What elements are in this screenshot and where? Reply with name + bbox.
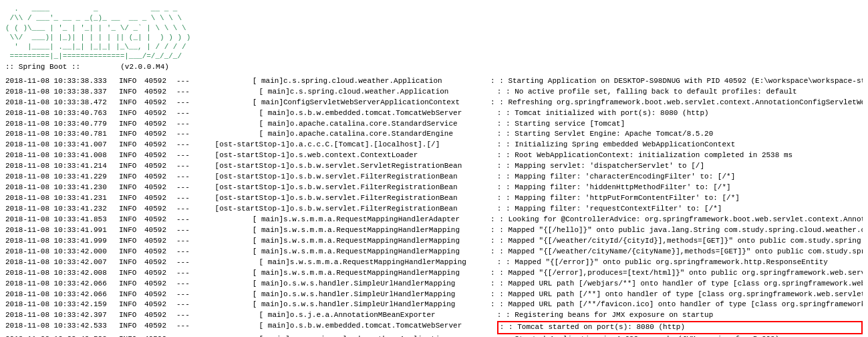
log-class: o.apache.catalina.core.StandardEngine (290, 129, 497, 140)
spring-version-line: :: Spring Boot :: (v2.0.0.M4) (5, 63, 863, 71)
log-pid: 40592 (144, 300, 176, 310)
log-pid: 40592 (144, 204, 176, 215)
log-message: : : Mapped URL path [/**/favicon.ico] on… (490, 300, 863, 310)
log-line: 2018-11-08 10:33:41.230 INFO 40592 --- [… (5, 183, 863, 193)
log-message: : : Root WebApplicationContext: initiali… (497, 150, 863, 161)
log-datetime: 2018-11-08 10:33:41.991 (5, 225, 119, 236)
log-dashes: --- (176, 310, 190, 321)
log-thread: [ main] (183, 290, 283, 300)
log-pid: 40592 (144, 119, 176, 130)
log-message: : : Mapped "{[/weather/cityId/{cityId}],… (490, 236, 863, 247)
log-line: 2018-11-08 10:33:41.007 INFO 40592 --- [… (5, 140, 863, 150)
log-pid: 40592 (144, 268, 176, 279)
log-datetime: 2018-11-08 10:33:41.229 (5, 172, 119, 183)
log-dashes: --- (176, 247, 183, 257)
log-dashes: --- (176, 98, 183, 108)
log-datetime: 2018-11-08 10:33:38.333 (5, 76, 119, 87)
log-class: ConfigServletWebServerApplicationContext (283, 98, 490, 108)
log-thread: [ main] (183, 215, 283, 225)
log-class: s.w.s.m.m.a.RequestMappingHandlerMapping (283, 236, 490, 247)
log-level: INFO (119, 225, 144, 236)
log-datetime: 2018-11-08 10:33:42.533 (5, 321, 119, 334)
log-line: 2018-11-08 10:33:41.999 INFO 40592 --- [… (5, 236, 863, 247)
log-class: o.s.b.w.embedded.tomcat.TomcatWebServer (290, 108, 497, 119)
log-datetime: 2018-11-08 10:33:42.000 (5, 247, 119, 257)
log-pid: 40592 (144, 87, 176, 98)
log-level: INFO (119, 290, 144, 300)
log-pid: 40592 (144, 150, 176, 161)
log-dashes: --- (176, 204, 190, 215)
log-level: INFO (119, 119, 144, 130)
log-line: 2018-11-08 10:33:41.008 INFO 40592 --- [… (5, 150, 863, 161)
log-message: : : Mapped URL path [/**] onto handler o… (490, 290, 863, 300)
log-line: 2018-11-08 10:33:42.066 INFO 40592 --- [… (5, 279, 863, 290)
log-container: 2018-11-08 10:33:38.333 INFO 40592 --- [… (5, 76, 863, 337)
log-class: c.s.spring.cloud.weather.Application (283, 76, 490, 87)
log-dashes: --- (176, 129, 190, 140)
log-line: 2018-11-08 10:33:38.472 INFO 40592 --- [… (5, 98, 863, 108)
log-dashes: --- (176, 76, 183, 87)
log-dashes: --- (176, 300, 183, 310)
log-pid: 40592 (144, 257, 176, 268)
spring-logo: . ____ _ __ _ _ /\\ / ___'_ __ _ _(_)_ _… (5, 4, 863, 62)
log-level: INFO (119, 161, 144, 172)
terminal-window: . ____ _ __ _ _ /\\ / ___'_ __ _ _(_)_ _… (0, 0, 868, 337)
log-dashes: --- (176, 225, 183, 236)
log-message: : : Mapped "{[/weather/cityName/{cityNam… (490, 247, 863, 257)
log-message: : : Tomcat initialized with port(s): 808… (497, 108, 863, 119)
log-message: : : Mapping filter: 'httpPutFormContentF… (497, 193, 863, 204)
log-class: o.s.b.w.servlet.ServletRegistrationBean (290, 161, 497, 172)
log-line: 2018-11-08 10:33:40.781 INFO 40592 --- [… (5, 129, 863, 140)
log-thread: [ main] (190, 129, 290, 140)
log-class: o.s.b.w.servlet.FilterRegistrationBean (290, 204, 497, 215)
log-datetime: 2018-11-08 10:33:42.397 (5, 310, 119, 321)
log-thread: [ost-startStop-1] (190, 150, 290, 161)
log-dashes: --- (176, 108, 190, 119)
log-thread: [ main] (183, 98, 283, 108)
log-line: 2018-11-08 10:33:42.007 INFO 40592 --- [… (5, 257, 863, 268)
log-dashes: --- (176, 183, 190, 193)
log-thread: [ost-startStop-1] (190, 183, 290, 193)
log-level: INFO (119, 310, 144, 321)
log-message-highlight: : : Tomcat started on port(s): 8080 (htt… (497, 321, 863, 334)
log-message: : : Mapping filter: 'characterEncodingFi… (497, 172, 863, 183)
log-thread: [ main] (183, 225, 283, 236)
log-class: c.s.spring.cloud.weather.Application (290, 334, 497, 337)
log-datetime: 2018-11-08 10:33:41.232 (5, 204, 119, 215)
log-pid: 40592 (144, 108, 176, 119)
log-pid: 40592 (144, 161, 176, 172)
log-line: 2018-11-08 10:33:41.214 INFO 40592 --- [… (5, 161, 863, 172)
log-thread: [ main] (190, 87, 290, 98)
log-class: o.s.b.w.servlet.FilterRegistrationBean (290, 172, 497, 183)
log-dashes: --- (176, 172, 190, 183)
log-class: o.a.c.c.C.[Tomcat].[localhost].[/] (290, 140, 497, 150)
log-level: INFO (119, 204, 144, 215)
log-message: : : Mapping servlet: 'dispatcherServlet'… (497, 161, 863, 172)
log-level: INFO (119, 193, 144, 204)
log-datetime: 2018-11-08 10:33:41.230 (5, 183, 119, 193)
log-level: INFO (119, 140, 144, 150)
log-thread: [ main] (190, 310, 290, 321)
log-dashes: --- (176, 119, 190, 130)
log-pid: 40592 (144, 98, 176, 108)
log-datetime: 2018-11-08 10:33:42.538 (5, 334, 119, 337)
log-level: INFO (119, 257, 144, 268)
log-level: INFO (119, 215, 144, 225)
log-message: : : Starting Servlet Engine: Apache Tomc… (497, 129, 863, 140)
log-level: INFO (119, 247, 144, 257)
log-thread: [ main] (183, 300, 283, 310)
log-line: 2018-11-08 10:33:42.538 INFO 40592 --- [… (5, 334, 863, 337)
log-thread: [ main] (190, 108, 290, 119)
log-line: 2018-11-08 10:33:40.779 INFO 40592 --- [… (5, 119, 863, 130)
log-pid: 40592 (144, 334, 176, 337)
log-thread: [ost-startStop-1] (190, 172, 290, 183)
log-pid: 40592 (144, 140, 176, 150)
log-class: o.s.b.w.servlet.FilterRegistrationBean (290, 193, 497, 204)
log-line: 2018-11-08 10:33:42.397 INFO 40592 --- [… (5, 310, 863, 321)
log-message: : : Mapped URL path [/webjars/**] onto h… (490, 279, 863, 290)
log-line: 2018-11-08 10:33:42.159 INFO 40592 --- [… (5, 300, 863, 310)
log-datetime: 2018-11-08 10:33:40.781 (5, 129, 119, 140)
log-class: o.s.b.w.embedded.tomcat.TomcatWebServer (290, 321, 497, 334)
log-thread: [ main] (183, 76, 283, 87)
log-thread: [ost-startStop-1] (190, 161, 290, 172)
